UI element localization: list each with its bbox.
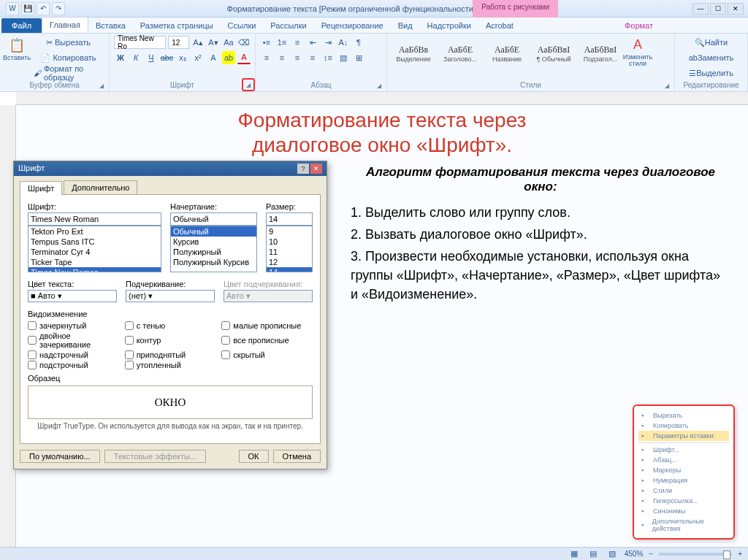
- text-effects-button[interactable]: Текстовые эффекты...: [104, 450, 207, 463]
- effect-checkbox[interactable]: с тенью: [125, 321, 216, 330]
- shrink-font-icon[interactable]: A▾: [207, 36, 220, 49]
- ok-button[interactable]: ОК: [239, 450, 269, 463]
- effect-checkbox[interactable]: двойное зачеркивание: [28, 331, 119, 349]
- file-tab[interactable]: Файл: [1, 18, 42, 33]
- paste-button[interactable]: 📋 Вставить: [4, 36, 29, 80]
- style-input[interactable]: [170, 212, 257, 226]
- context-menu-item[interactable]: ▪Абзац...: [638, 455, 729, 465]
- clear-format-icon[interactable]: ⌫: [237, 36, 251, 49]
- replace-button[interactable]: ab Заменить: [679, 51, 743, 64]
- numbering-button[interactable]: 1≡: [275, 36, 289, 49]
- effect-checkbox[interactable]: скрытый: [221, 350, 313, 359]
- context-menu-item[interactable]: ▪Копировать: [638, 421, 729, 431]
- minimize-button[interactable]: —: [692, 3, 709, 15]
- find-button[interactable]: 🔍 Найти: [679, 36, 743, 49]
- context-menu-item[interactable]: ▪Параметры вставки:: [638, 431, 729, 441]
- context-menu-item[interactable]: ▪Гиперссылка...: [638, 496, 729, 506]
- tab-format[interactable]: Формат: [617, 18, 660, 33]
- text-effects-button[interactable]: A: [207, 51, 220, 64]
- bullets-button[interactable]: •≡: [260, 36, 273, 49]
- shading-button[interactable]: ▧: [337, 51, 350, 64]
- font-name-combo[interactable]: Times New Ro: [114, 36, 166, 49]
- change-case-icon[interactable]: Aa: [222, 36, 235, 49]
- context-menu-item[interactable]: ▪Нумерация: [638, 475, 729, 486]
- effect-checkbox[interactable]: подстрочный: [28, 361, 119, 369]
- context-menu-item[interactable]: ▪Шрифт...: [638, 445, 729, 455]
- select-button[interactable]: ☰ Выделить: [679, 66, 743, 80]
- dialog-tab-advanced[interactable]: Дополнительно: [64, 180, 137, 194]
- effect-checkbox[interactable]: малые прописные: [221, 321, 313, 330]
- effect-checkbox[interactable]: приподнятый: [125, 350, 216, 359]
- borders-button[interactable]: ⊞: [352, 51, 365, 64]
- context-menu-item[interactable]: ▪Стили: [638, 486, 729, 496]
- change-styles-button[interactable]: AИзменить стили: [625, 36, 650, 80]
- font-dialog-launcher[interactable]: ◢: [242, 78, 255, 91]
- multilevel-button[interactable]: ≡: [291, 36, 304, 49]
- align-right-button[interactable]: ≡: [291, 51, 304, 64]
- maximize-button[interactable]: ☐: [710, 3, 726, 15]
- zoom-in-button[interactable]: +: [738, 550, 742, 558]
- effect-checkbox[interactable]: зачеркнутый: [28, 321, 119, 330]
- show-marks-button[interactable]: ¶: [352, 36, 365, 49]
- save-icon[interactable]: 💾: [21, 2, 34, 15]
- word-icon[interactable]: W: [6, 2, 19, 15]
- font-color-button[interactable]: A: [237, 51, 251, 64]
- sort-button[interactable]: A↓: [337, 36, 350, 49]
- subscript-button[interactable]: x₂: [176, 51, 189, 64]
- copy-button[interactable]: 📄 Копировать: [32, 51, 104, 64]
- tab-addins[interactable]: Надстройки: [420, 18, 478, 33]
- cancel-button[interactable]: Отмена: [273, 450, 321, 463]
- superscript-button[interactable]: x²: [191, 51, 205, 64]
- style-item[interactable]: АаБбВвІПодзагол...: [579, 36, 622, 71]
- tab-view[interactable]: Вид: [391, 18, 420, 33]
- cut-button[interactable]: ✂ Вырезать: [32, 36, 104, 49]
- context-menu-item[interactable]: ▪Синонимы: [638, 506, 729, 516]
- context-menu-item[interactable]: ▪Дополнительные действия: [638, 516, 729, 534]
- italic-button[interactable]: К: [129, 51, 142, 64]
- horizontal-ruler[interactable]: [16, 92, 748, 105]
- color-select[interactable]: ■ Авто ▾: [28, 290, 117, 302]
- context-menu-item[interactable]: ▪Маркеры: [638, 465, 729, 475]
- effect-checkbox[interactable]: контур: [125, 331, 216, 349]
- format-painter-button[interactable]: 🖌 Формат по образцу: [32, 66, 104, 80]
- effect-checkbox[interactable]: надстрочный: [28, 350, 119, 359]
- close-button[interactable]: ✕: [728, 3, 744, 15]
- dialog-help-button[interactable]: ?: [297, 164, 309, 174]
- strike-button[interactable]: abc: [160, 51, 174, 64]
- zoom-slider[interactable]: [659, 553, 732, 556]
- context-menu-item[interactable]: ▪Вырезать: [638, 410, 729, 421]
- grow-font-icon[interactable]: A▴: [191, 36, 205, 49]
- effect-checkbox[interactable]: все прописные: [221, 331, 313, 349]
- style-item[interactable]: АаБбВвІ¶ Обычный: [532, 36, 576, 71]
- underline-button[interactable]: Ч: [145, 51, 158, 64]
- underline-select[interactable]: (нет) ▾: [126, 290, 215, 302]
- font-list[interactable]: Tekton Pro ExtTempus Sans ITCTerminator …: [28, 226, 161, 272]
- dialog-close-button[interactable]: ✕: [310, 164, 322, 174]
- size-list[interactable]: 910111214: [266, 226, 313, 272]
- justify-button[interactable]: ≡: [306, 51, 319, 64]
- styles-launcher[interactable]: ◢: [663, 81, 671, 90]
- tab-layout[interactable]: Разметка страницы: [133, 18, 221, 33]
- view-read-icon[interactable]: ▤: [587, 548, 600, 561]
- tab-mailings[interactable]: Рассылки: [263, 18, 313, 33]
- highlight-button[interactable]: ab: [222, 51, 235, 64]
- picture-tools-tab[interactable]: Работа с рисунками: [473, 0, 558, 18]
- decrease-indent-button[interactable]: ⇤: [306, 36, 319, 49]
- style-list[interactable]: ОбычныйКурсивПолужирныйПолужирный Курсив: [170, 226, 257, 272]
- default-button[interactable]: По умолчанию...: [20, 450, 100, 463]
- style-item[interactable]: АаБбВвВыделение: [392, 36, 435, 71]
- tab-acrobat[interactable]: Acrobat: [478, 18, 521, 33]
- font-size-combo[interactable]: 12: [168, 36, 189, 49]
- align-center-button[interactable]: ≡: [275, 51, 289, 64]
- view-print-icon[interactable]: ▦: [568, 548, 581, 561]
- tab-review[interactable]: Рецензирование: [314, 18, 391, 33]
- style-item[interactable]: АаБбЕЗаголово...: [438, 36, 482, 71]
- redo-icon[interactable]: ↷: [52, 2, 65, 15]
- bold-button[interactable]: Ж: [114, 51, 127, 64]
- zoom-out-button[interactable]: −: [649, 550, 653, 558]
- style-item[interactable]: АаБбЕНазвание: [485, 36, 529, 71]
- increase-indent-button[interactable]: ⇥: [321, 36, 335, 49]
- effect-checkbox[interactable]: утопленный: [125, 361, 216, 369]
- paragraph-launcher[interactable]: ◢: [375, 81, 383, 90]
- undo-icon[interactable]: ↶: [37, 2, 50, 15]
